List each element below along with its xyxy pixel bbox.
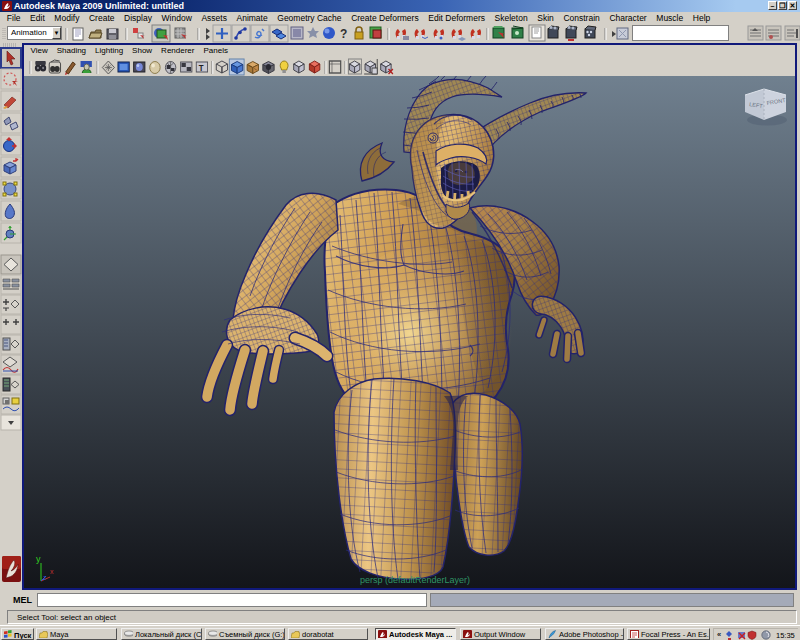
svg-text:x: x [50, 568, 54, 575]
svg-text:z: z [43, 574, 47, 581]
svg-text:y: y [36, 554, 41, 564]
svg-text:?: ? [340, 27, 347, 41]
svg-text:persp (defaultRenderLayer): persp (defaultRenderLayer) [360, 575, 470, 585]
svg-text:T: T [199, 62, 205, 73]
